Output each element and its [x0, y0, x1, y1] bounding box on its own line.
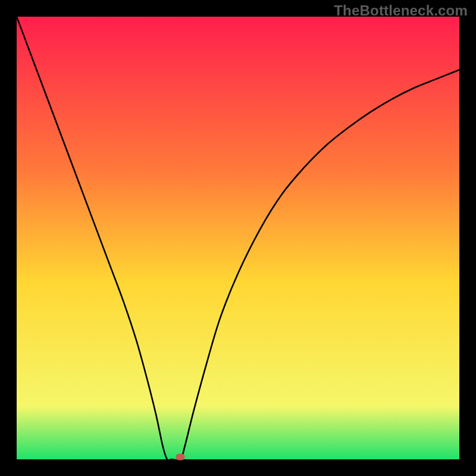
optimal-point-marker	[176, 454, 185, 461]
gradient-background	[17, 17, 459, 459]
chart-frame: TheBottleneck.com	[0, 0, 476, 476]
bottleneck-plot	[17, 17, 459, 459]
